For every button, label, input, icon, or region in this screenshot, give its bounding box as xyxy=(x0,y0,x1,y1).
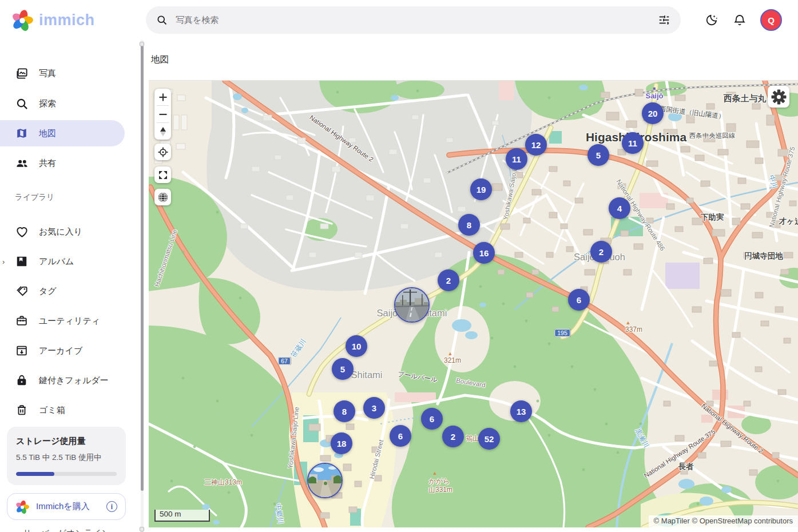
sidebar-item-trash[interactable]: ゴミ箱 xyxy=(0,397,125,423)
map-label: 長者 xyxy=(678,462,694,472)
search-input[interactable]: 写真を検索 xyxy=(146,6,681,34)
fullscreen-button[interactable] xyxy=(154,166,171,183)
briefcase-icon xyxy=(15,314,29,328)
info-icon[interactable]: i xyxy=(106,501,117,512)
map-icon xyxy=(15,126,29,140)
map-cluster-marker[interactable]: 18 xyxy=(331,432,352,454)
map-cluster-marker[interactable]: 4 xyxy=(609,197,630,219)
sidebar-item-label: アーカイブ xyxy=(39,346,82,356)
map-label: 山331m xyxy=(428,485,452,495)
sidebar-item-tags[interactable]: タグ xyxy=(0,278,125,304)
sidebar-item-locked-folder[interactable]: 鍵付きフォルダー xyxy=(0,367,125,394)
map-cluster-marker[interactable]: 11 xyxy=(506,148,527,170)
storage-progress-fill xyxy=(16,472,54,476)
album-icon xyxy=(15,255,29,268)
map-label: 下助実 xyxy=(701,212,724,223)
map-cluster-marker[interactable]: 5 xyxy=(332,358,354,380)
moon-icon xyxy=(705,13,719,27)
photo-thumbnail-street xyxy=(308,464,342,497)
zoom-out-button[interactable] xyxy=(154,106,171,122)
storage-detail: 5.5 TiB 中 2.5 TiB 使用中 xyxy=(16,452,117,463)
sidebar-item-utilities[interactable]: ユーティリティ xyxy=(0,308,125,334)
sidebar-item-label: お気に入り xyxy=(39,227,82,237)
sidebar-item-sharing[interactable]: 共有 xyxy=(0,150,125,176)
server-status: サーバーがオンライン xyxy=(23,528,110,532)
sidebar-item-albums[interactable]: アルバム xyxy=(0,248,125,275)
map-cluster-marker[interactable]: 8 xyxy=(458,214,480,236)
sidebar-item-favorites[interactable]: お気に入り xyxy=(0,219,125,245)
purchase-label: Immichを購入 xyxy=(36,501,106,512)
tag-icon xyxy=(15,284,29,298)
sidebar-item-photos[interactable]: 写真 xyxy=(0,60,125,86)
sidebar-item-label: タグ xyxy=(39,286,57,297)
explore-icon xyxy=(15,97,29,110)
map-cluster-marker[interactable]: 8 xyxy=(334,400,355,422)
immich-flower-icon xyxy=(11,9,33,31)
notifications-button[interactable] xyxy=(730,11,749,29)
avatar[interactable]: Q xyxy=(760,9,782,31)
immich-logo[interactable]: immich xyxy=(11,9,134,31)
globe-icon[interactable] xyxy=(154,189,171,205)
map-cluster-marker[interactable]: 52 xyxy=(478,428,500,450)
map-cluster-marker[interactable]: 2 xyxy=(438,269,459,291)
photo-marker[interactable] xyxy=(394,287,430,323)
map-cluster-marker[interactable]: 16 xyxy=(473,242,495,264)
sidebar-item-label: 共有 xyxy=(39,158,56,169)
sidebar-item-explore[interactable]: 探索 xyxy=(0,90,125,117)
filter-sliders-icon[interactable] xyxy=(658,14,670,26)
map-cluster-marker[interactable]: 6 xyxy=(568,289,590,311)
map-label: 67 xyxy=(278,357,291,365)
locate-button[interactable] xyxy=(154,144,171,160)
map-cluster-marker[interactable]: 2 xyxy=(590,241,612,263)
map-label: ▲ xyxy=(432,470,438,476)
lock-icon xyxy=(15,374,29,387)
storage-progress xyxy=(16,472,117,476)
sidebar-item-archive[interactable]: アーカイブ xyxy=(0,338,125,364)
map-cluster-marker[interactable]: 13 xyxy=(510,400,532,422)
scrollbar-arrow-down[interactable] xyxy=(140,527,144,531)
sidebar-item-label: 地図 xyxy=(39,128,56,139)
map-label: ▲ xyxy=(448,351,453,356)
search-placeholder: 写真を検索 xyxy=(176,15,658,26)
map-label: 篶山 xyxy=(466,434,479,443)
globe-control xyxy=(154,189,171,205)
map-label: 西条土与丸 xyxy=(724,93,767,104)
map-canvas[interactable]: Saijō■西条土与丸西国街道（旧山陽道）西条中央巡回線Higashihiros… xyxy=(149,81,798,527)
map-cluster-marker[interactable]: 3 xyxy=(363,397,385,419)
map-cluster-marker[interactable]: 10 xyxy=(346,335,367,357)
app-header: immich 写真を検索 Q xyxy=(0,0,798,40)
scrollbar-arrow-up[interactable] xyxy=(140,42,144,46)
map-label: 337m xyxy=(625,325,642,334)
map-settings-button[interactable] xyxy=(768,86,789,108)
sidebar-scrollbar-thumb[interactable] xyxy=(141,45,144,491)
heart-icon xyxy=(15,225,29,239)
compass-button[interactable] xyxy=(154,123,171,140)
map-cluster-marker[interactable]: 2 xyxy=(442,426,464,447)
search-icon xyxy=(156,14,168,26)
map-scale: 500 m xyxy=(154,510,210,522)
map-cluster-marker[interactable]: 6 xyxy=(421,408,443,430)
sidebar: 写真 探索 地図 共有 ライブラリ › お気に入り アルバム タグ ユーティリテ… xyxy=(0,40,144,532)
sidebar-item-label: ユーティリティ xyxy=(39,316,100,327)
sidebar-item-label: 写真 xyxy=(39,68,56,79)
map-cluster-marker[interactable]: 5 xyxy=(587,144,609,166)
storage-card: ストレージ使用量 5.5 TiB 中 2.5 TiB 使用中 xyxy=(7,427,126,485)
map-label: ▲ xyxy=(626,320,631,325)
map-label: 三神山313m xyxy=(204,478,242,487)
map-attribution: © MapTiler © OpenStreetMap contributors xyxy=(649,515,798,527)
map-cluster-marker[interactable]: 19 xyxy=(470,178,492,200)
map-cluster-marker[interactable]: 20 xyxy=(642,102,664,124)
theme-toggle-button[interactable] xyxy=(703,11,721,29)
map-cluster-marker[interactable]: 6 xyxy=(390,425,411,447)
map-label: Saijō xyxy=(645,92,663,100)
map-cluster-marker[interactable]: 11 xyxy=(622,132,644,154)
purchase-button[interactable]: Immichを購入 i xyxy=(7,493,126,520)
map-base xyxy=(149,81,798,527)
photo-marker[interactable] xyxy=(307,463,343,498)
zoom-in-button[interactable] xyxy=(154,89,171,105)
people-icon xyxy=(15,156,29,170)
map-cluster-marker[interactable]: 12 xyxy=(525,134,547,156)
map-label: ■ xyxy=(653,86,656,91)
sidebar-item-map[interactable]: 地図 xyxy=(0,120,125,146)
gear-icon xyxy=(771,89,787,105)
